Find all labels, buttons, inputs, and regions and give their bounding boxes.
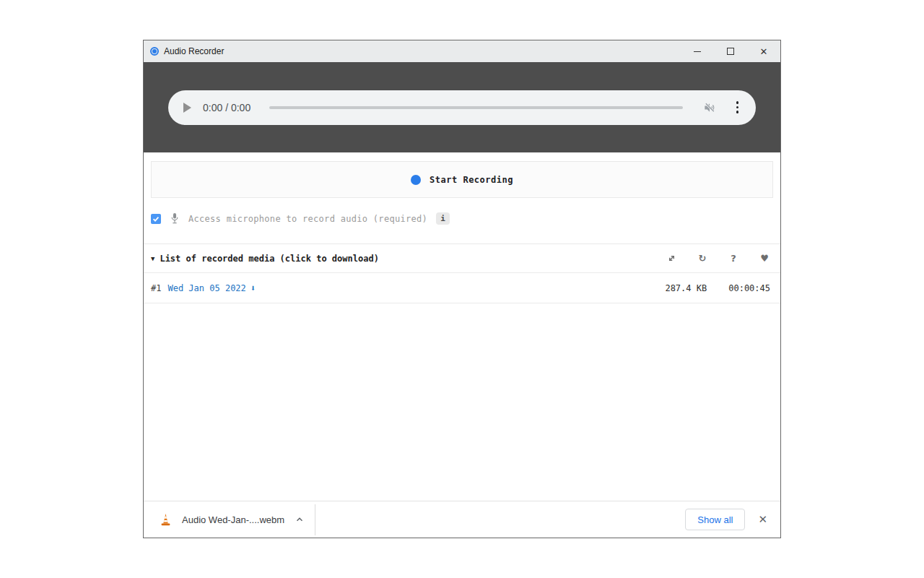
recording-meta: 287.4 KB 00:00:45 [665, 283, 770, 293]
player-time: 0:00 / 0:00 [203, 102, 250, 113]
refresh-icon[interactable]: ↻ [697, 253, 708, 264]
muted-volume-icon [702, 100, 717, 115]
close-button[interactable]: ✕ [747, 40, 780, 62]
minimize-button[interactable] [681, 40, 714, 62]
vlc-cone-icon [160, 513, 172, 527]
mute-button[interactable] [702, 100, 718, 116]
maximize-icon [727, 48, 734, 55]
recording-download-link[interactable]: Wed Jan 05 2022 ⬇ [167, 283, 256, 293]
favorite-heart-icon[interactable]: ♥ [759, 253, 770, 264]
seek-bar[interactable] [269, 106, 682, 109]
checkmark-icon [152, 215, 160, 223]
close-icon: ✕ [760, 47, 768, 56]
downloaded-file-item[interactable]: Audio Wed-Jan-....webm [144, 501, 315, 538]
shelf-close-icon[interactable]: ✕ [755, 510, 770, 529]
play-button[interactable] [180, 100, 194, 115]
audio-player: 0:00 / 0:00 [168, 90, 756, 125]
start-recording-label: Start Recording [430, 175, 513, 185]
maximize-button[interactable] [714, 40, 747, 62]
recording-size: 287.4 KB [665, 283, 707, 293]
audio-recorder-window: Audio Recorder ✕ 0:00 / 0:00 [143, 40, 781, 538]
recorded-media-header: ▼ List of recorded media (click to downl… [144, 243, 780, 272]
start-recording-button[interactable]: Start Recording [151, 161, 773, 198]
header-icon-group: ↻ ? ♥ [666, 253, 770, 264]
mic-permission-checkbox[interactable] [151, 214, 161, 224]
recording-index: #1 [151, 283, 161, 293]
app-record-icon [150, 47, 159, 56]
show-all-button[interactable]: Show all [685, 509, 745, 530]
microphone-icon [170, 212, 180, 225]
downloaded-filename: Audio Wed-Jan-....webm [182, 514, 284, 525]
window-title: Audio Recorder [164, 46, 224, 56]
recording-date: Wed Jan 05 2022 [167, 283, 245, 293]
list-header-label: List of recorded media (click to downloa… [160, 254, 378, 264]
recording-duration: 00:00:45 [728, 283, 770, 293]
collapse-list-toggle[interactable]: ▼ List of recorded media (click to downl… [151, 254, 379, 264]
mic-permission-row: Access microphone to record audio (requi… [144, 198, 780, 239]
record-dot-icon [411, 175, 421, 185]
recording-row[interactable]: #1 Wed Jan 05 2022 ⬇ 287.4 KB 00:00:45 [144, 272, 780, 303]
minimize-icon [694, 51, 701, 52]
empty-list-area [144, 303, 780, 501]
resize-arrows-icon[interactable] [666, 253, 677, 264]
download-shelf: Audio Wed-Jan-....webm Show all ✕ [144, 501, 780, 538]
help-icon[interactable]: ? [728, 253, 739, 264]
collapse-triangle-icon: ▼ [151, 255, 154, 262]
player-section: 0:00 / 0:00 [144, 62, 780, 152]
main-content: Start Recording Access microphone to rec… [144, 152, 780, 501]
mic-permission-label: Access microphone to record audio (requi… [188, 214, 427, 224]
player-menu-button[interactable] [732, 98, 744, 116]
titlebar: Audio Recorder ✕ [144, 40, 780, 62]
download-arrow-icon: ⬇ [250, 283, 256, 293]
play-icon [183, 103, 191, 113]
info-badge[interactable]: i [436, 212, 450, 225]
shelf-separator [315, 504, 315, 535]
chevron-up-icon[interactable] [295, 514, 305, 525]
